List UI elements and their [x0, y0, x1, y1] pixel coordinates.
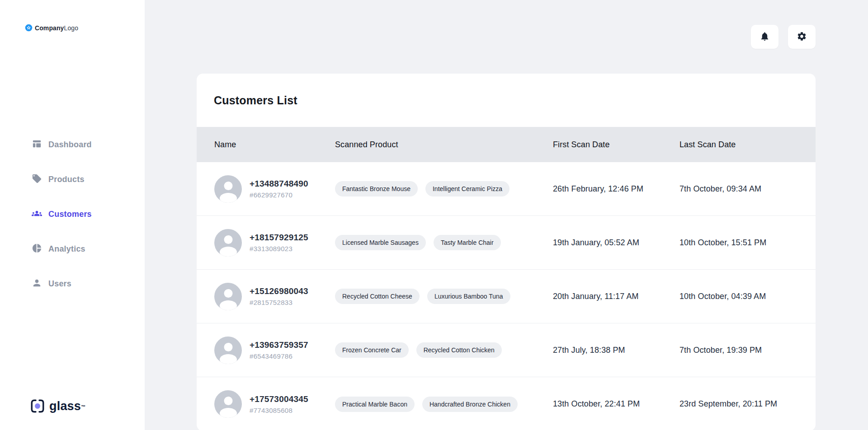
sidebar-item-products[interactable]: Products: [32, 170, 145, 188]
product-tag: Recycled Cotton Cheese: [335, 289, 420, 304]
topbar: [197, 25, 816, 49]
avatar: [214, 390, 242, 418]
product-tag: Recycled Cotton Chicken: [416, 342, 502, 358]
avatar: [214, 337, 242, 364]
customer-phone: +17573004345: [250, 394, 308, 404]
first-scan-date: 19th January, 05:52 AM: [553, 238, 679, 248]
product-tags: Recycled Cotton CheeseLuxurious Bamboo T…: [335, 289, 553, 304]
customer-id: #6543469786: [250, 352, 308, 360]
customer-id: #3313089023: [250, 245, 308, 252]
product-tag: Licensed Marble Sausages: [335, 235, 426, 250]
product-tag: Handcrafted Bronze Chicken: [422, 397, 518, 412]
sidebar-item-label: Customers: [48, 210, 92, 219]
sidebar-item-label: Products: [48, 175, 85, 184]
person-icon: [32, 278, 42, 290]
glass-wordmark: glass™: [49, 398, 85, 414]
customer-id: #6629927670: [250, 191, 308, 199]
table-row: +17573004345 #7743085608 Practical Marbl…: [197, 377, 816, 430]
last-scan-date: 23rd September, 20:11 PM: [679, 399, 816, 409]
column-header-name: Name: [214, 140, 335, 150]
table-row: +18157929125 #3313089023 Licensed Marble…: [197, 216, 816, 270]
product-tags: Practical Marble BaconHandcrafted Bronze…: [335, 397, 553, 412]
product-tags: Licensed Marble SausagesTasty Marble Cha…: [335, 235, 553, 250]
sidebar-item-label: Users: [48, 279, 71, 289]
main-content: Customers List Name Scanned Product Firs…: [145, 0, 868, 430]
sidebar-item-users[interactable]: Users: [32, 275, 145, 293]
product-tag: Fantastic Bronze Mouse: [335, 181, 418, 196]
product-tag: Luxurious Bamboo Tuna: [427, 289, 510, 304]
first-scan-date: 27th July, 18:38 PM: [553, 346, 679, 355]
customer-id: #2815752833: [250, 299, 308, 306]
product-tags: Fantastic Bronze MouseIntelligent Cerami…: [335, 181, 553, 196]
table-body: +13488748490 #6629927670 Fantastic Bronz…: [197, 162, 816, 430]
notifications-button[interactable]: [751, 25, 778, 49]
name-cell: +13963759357 #6543469786: [214, 337, 335, 364]
name-cell: +17573004345 #7743085608: [214, 390, 335, 418]
customers-list-card: Customers List Name Scanned Product Firs…: [197, 74, 816, 430]
name-cell: +18157929125 #3313089023: [214, 229, 335, 257]
pie-chart-icon: [32, 243, 42, 255]
sidebar-item-label: Dashboard: [48, 140, 92, 150]
table-header-row: Name Scanned Product First Scan Date Las…: [197, 127, 816, 162]
settings-button[interactable]: [788, 25, 816, 49]
name-cell: +15126980043 #2815752833: [214, 283, 335, 310]
card-header: Customers List: [197, 74, 816, 127]
column-header-scanned-product: Scanned Product: [335, 140, 553, 150]
table-row: +13963759357 #6543469786 Frozen Concrete…: [197, 323, 816, 377]
first-scan-date: 26th February, 12:46 PM: [553, 184, 679, 194]
column-header-first-scan-date: First Scan Date: [553, 140, 679, 150]
tag-icon: [32, 173, 42, 186]
last-scan-date: 7th October, 19:39 PM: [679, 346, 816, 355]
product-tag: Tasty Marble Chair: [434, 235, 501, 250]
product-tag: Frozen Concrete Car: [335, 342, 409, 358]
product-tag: Practical Marble Bacon: [335, 397, 415, 412]
sidebar-item-analytics[interactable]: Analytics: [32, 240, 145, 258]
avatar: [214, 229, 242, 257]
first-scan-date: 13th October, 22:41 PM: [553, 399, 679, 409]
sidebar-item-label: Analytics: [48, 244, 85, 254]
sidebar-nav: Dashboard Products Customers: [32, 136, 145, 293]
company-logo[interactable]: CompanyLogo: [25, 24, 145, 32]
avatar: [214, 175, 242, 203]
last-scan-date: 10th October, 04:39 AM: [679, 292, 816, 301]
first-scan-date: 20th January, 11:17 AM: [553, 292, 679, 301]
groups-icon: [32, 208, 42, 220]
table-row: +15126980043 #2815752833 Recycled Cotton…: [197, 270, 816, 323]
table-row: +13488748490 #6629927670 Fantastic Bronz…: [197, 162, 816, 216]
sidebar-item-dashboard[interactable]: Dashboard: [32, 136, 145, 154]
star-circle-icon: [25, 24, 33, 32]
customer-phone: +15126980043: [250, 286, 308, 296]
last-scan-date: 7th October, 09:34 AM: [679, 184, 816, 194]
glass-frame-icon: [30, 398, 45, 414]
bell-icon: [760, 31, 770, 43]
column-header-last-scan-date: Last Scan Date: [679, 140, 816, 150]
name-cell: +13488748490 #6629927670: [214, 175, 335, 203]
customer-phone: +18157929125: [250, 233, 308, 243]
table-chart-icon: [32, 139, 42, 151]
avatar: [214, 283, 242, 310]
page-title: Customers List: [214, 94, 297, 107]
product-tags: Frozen Concrete CarRecycled Cotton Chick…: [335, 342, 553, 358]
sidebar: CompanyLogo Dashboard Products: [0, 0, 145, 430]
sidebar-item-customers[interactable]: Customers: [32, 205, 145, 223]
glass-logo: glass™: [30, 398, 145, 414]
customer-phone: +13488748490: [250, 179, 308, 189]
customer-id: #7743085608: [250, 407, 308, 414]
gear-icon: [797, 31, 807, 43]
last-scan-date: 10th October, 15:51 PM: [679, 238, 816, 248]
product-tag: Intelligent Ceramic Pizza: [425, 181, 509, 196]
brand-text: CompanyLogo: [35, 24, 78, 32]
customer-phone: +13963759357: [250, 340, 308, 350]
trademark-symbol: ™: [81, 404, 85, 409]
